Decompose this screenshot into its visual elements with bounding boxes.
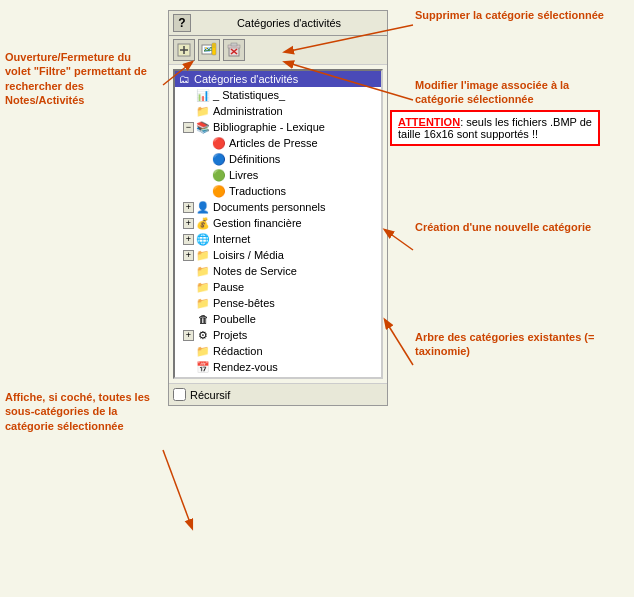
icon-traductions: 🟠 bbox=[212, 184, 226, 198]
tree-item-definitions[interactable]: 🔵Définitions bbox=[175, 151, 381, 167]
icon-docs_perso: 👤 bbox=[196, 200, 210, 214]
label-reunions: Réunions bbox=[213, 377, 259, 379]
icon-reunions: 📁 bbox=[196, 376, 210, 379]
label-poubelle: Poubelle bbox=[213, 313, 256, 325]
svg-line-17 bbox=[385, 230, 413, 250]
icon-rdv: 📅 bbox=[196, 360, 210, 374]
tree-item-stat[interactable]: 📊_ Statistiques_ bbox=[175, 87, 381, 103]
annotation-tree: Arbre des catégories existantes (= taxin… bbox=[415, 330, 605, 359]
expand-btn-reunions[interactable]: + bbox=[183, 378, 194, 380]
annotation-recursive: Affiche, si coché, toutes les sous-catég… bbox=[5, 390, 160, 433]
toolbar-row bbox=[169, 36, 387, 65]
delete-icon bbox=[226, 42, 242, 58]
icon-notes: 📁 bbox=[196, 264, 210, 278]
edit-image-icon bbox=[201, 42, 217, 58]
tree-item-rdv[interactable]: 📅Rendez-vous bbox=[175, 359, 381, 375]
tree-item-biblio[interactable]: −📚Bibliographie - Lexique bbox=[175, 119, 381, 135]
label-internet: Internet bbox=[213, 233, 250, 245]
annotation-filter: Ouverture/Fermeture du volet "Filtre" pe… bbox=[5, 50, 155, 107]
panel-footer: Récursif bbox=[169, 383, 387, 405]
expand-btn-docs_perso[interactable]: + bbox=[183, 202, 194, 213]
icon-pense: 📁 bbox=[196, 296, 210, 310]
recursive-label: Récursif bbox=[190, 389, 230, 401]
label-traductions: Traductions bbox=[229, 185, 286, 197]
label-gestion: Gestion financière bbox=[213, 217, 302, 229]
label-admin: Administration bbox=[213, 105, 283, 117]
tree-item-reunions[interactable]: +📁Réunions bbox=[175, 375, 381, 379]
svg-point-6 bbox=[205, 47, 207, 49]
delete-category-button[interactable] bbox=[223, 39, 245, 61]
expand-btn-internet[interactable]: + bbox=[183, 234, 194, 245]
label-pause: Pause bbox=[213, 281, 244, 293]
label-livres: Livres bbox=[229, 169, 258, 181]
main-container: ? Catégories d'activités bbox=[0, 0, 634, 597]
icon-admin: 📁 bbox=[196, 104, 210, 118]
panel-title: Catégories d'activités bbox=[195, 17, 383, 29]
label-redaction: Rédaction bbox=[213, 345, 263, 357]
tree-item-docs_perso[interactable]: +👤Documents personnels bbox=[175, 199, 381, 215]
svg-rect-14 bbox=[231, 43, 237, 46]
expand-btn-loisirs[interactable]: + bbox=[183, 250, 194, 261]
label-pense: Pense-bêtes bbox=[213, 297, 275, 309]
recursive-checkbox-label[interactable]: Récursif bbox=[173, 388, 230, 401]
icon-stat: 📊 bbox=[196, 88, 210, 102]
annotation-creation: Création d'une nouvelle catégorie bbox=[415, 220, 615, 234]
recursive-checkbox[interactable] bbox=[173, 388, 186, 401]
tree-item-admin[interactable]: 📁Administration bbox=[175, 103, 381, 119]
tree-header-label: Catégories d'activités bbox=[194, 73, 298, 85]
label-biblio: Bibliographie - Lexique bbox=[213, 121, 325, 133]
svg-line-18 bbox=[385, 320, 413, 365]
icon-poubelle: 🗑 bbox=[196, 312, 210, 326]
tree-item-traductions[interactable]: 🟠Traductions bbox=[175, 183, 381, 199]
icon-livres: 🟢 bbox=[212, 168, 226, 182]
edit-image-button[interactable] bbox=[198, 39, 220, 61]
new-category-button[interactable] bbox=[173, 39, 195, 61]
attention-title: ATTENTION bbox=[398, 116, 460, 128]
icon-pause: 📁 bbox=[196, 280, 210, 294]
tree-item-loisirs[interactable]: +📁Loisirs / Média bbox=[175, 247, 381, 263]
icon-definitions: 🔵 bbox=[212, 152, 226, 166]
tree-item-pause[interactable]: 📁Pause bbox=[175, 279, 381, 295]
annotation-attention: ATTENTION: seuls les fichiers .BMP de ta… bbox=[390, 110, 600, 146]
label-definitions: Définitions bbox=[229, 153, 280, 165]
tree-item-notes[interactable]: 📁Notes de Service bbox=[175, 263, 381, 279]
icon-redaction: 📁 bbox=[196, 344, 210, 358]
label-rdv: Rendez-vous bbox=[213, 361, 278, 373]
tree-item-projets[interactable]: +⚙Projets bbox=[175, 327, 381, 343]
icon-internet: 🌐 bbox=[196, 232, 210, 246]
tree-item-internet[interactable]: +🌐Internet bbox=[175, 231, 381, 247]
help-button[interactable]: ? bbox=[173, 14, 191, 32]
tree-item-gestion[interactable]: +💰Gestion financière bbox=[175, 215, 381, 231]
expand-btn-gestion[interactable]: + bbox=[183, 218, 194, 229]
label-stat: _ Statistiques_ bbox=[213, 89, 285, 101]
label-notes: Notes de Service bbox=[213, 265, 297, 277]
label-projets: Projets bbox=[213, 329, 247, 341]
icon-loisirs: 📁 bbox=[196, 248, 210, 262]
icon-articles: 🔴 bbox=[212, 136, 226, 150]
icon-gestion: 💰 bbox=[196, 216, 210, 230]
expand-btn-projets[interactable]: + bbox=[183, 330, 194, 341]
label-articles: Articles de Presse bbox=[229, 137, 318, 149]
icon-projets: ⚙ bbox=[196, 328, 210, 342]
category-tree[interactable]: 🗂 Catégories d'activités 📊_ Statistiques… bbox=[173, 69, 383, 379]
tree-item-poubelle[interactable]: 🗑Poubelle bbox=[175, 311, 381, 327]
label-loisirs: Loisirs / Média bbox=[213, 249, 284, 261]
tree-item-redaction[interactable]: 📁Rédaction bbox=[175, 343, 381, 359]
label-docs_perso: Documents personnels bbox=[213, 201, 326, 213]
svg-line-20 bbox=[163, 450, 192, 528]
annotation-edit-image: Modifier l'image associée à la catégorie… bbox=[415, 78, 615, 107]
panel-title-bar: ? Catégories d'activités bbox=[169, 11, 387, 36]
categories-panel: ? Catégories d'activités bbox=[168, 10, 388, 406]
icon-biblio: 📚 bbox=[196, 120, 210, 134]
tree-header: 🗂 Catégories d'activités bbox=[175, 71, 381, 87]
tree-item-pense[interactable]: 📁Pense-bêtes bbox=[175, 295, 381, 311]
expand-btn-biblio[interactable]: − bbox=[183, 122, 194, 133]
tree-item-livres[interactable]: 🟢Livres bbox=[175, 167, 381, 183]
new-category-icon bbox=[176, 42, 192, 58]
annotation-delete: Supprimer la catégorie sélectionnée bbox=[415, 8, 615, 22]
tree-items-container: 📊_ Statistiques_📁Administration−📚Bibliog… bbox=[175, 87, 381, 379]
tree-item-articles[interactable]: 🔴Articles de Presse bbox=[175, 135, 381, 151]
tree-header-icon: 🗂 bbox=[179, 73, 190, 85]
